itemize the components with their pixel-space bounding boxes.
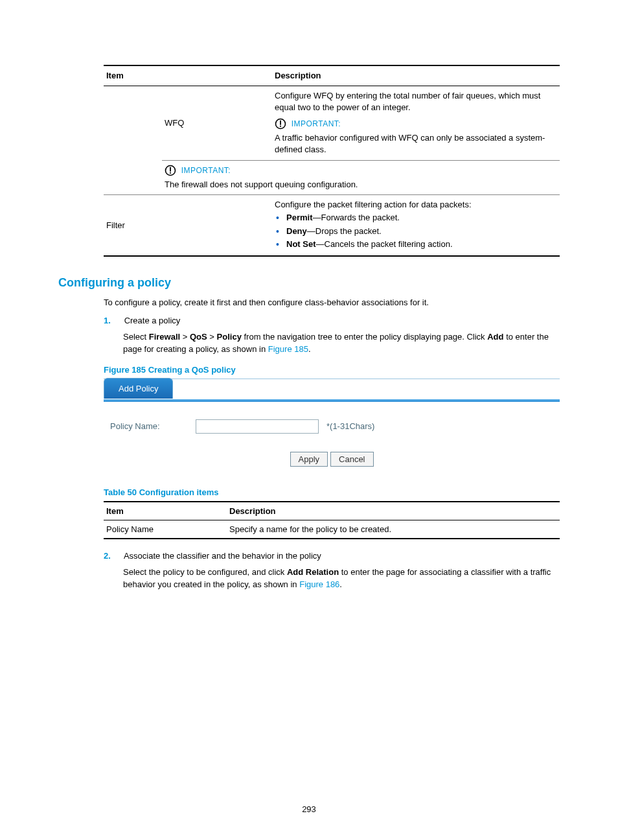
th-item: Item <box>104 65 162 86</box>
hint-chars: *(1-31Chars) <box>326 421 374 431</box>
text-important2: The firewall does not support queuing co… <box>165 179 557 191</box>
label-policy-name: Policy Name: <box>110 421 188 431</box>
cell-item: Policy Name <box>104 520 227 539</box>
cell-filter-label: Filter <box>104 195 272 256</box>
step-title: Create a policy <box>124 316 181 325</box>
list-filter-items: Permit—Forwards the packet. Deny—Drops t… <box>275 212 557 250</box>
cell-empty <box>104 86 162 195</box>
label-important2: IMPORTANT: <box>181 166 231 175</box>
important-icon <box>275 118 286 130</box>
table-wfq-filter: Item Description WFQ Configure WFQ by en… <box>104 65 560 257</box>
text-wfq-desc2: A traffic behavior configured with WFQ c… <box>275 132 557 156</box>
text-intro: To configure a policy, create it first a… <box>104 296 560 309</box>
step2-body: Select the policy to be configured, and … <box>123 566 560 591</box>
page-number: 293 <box>0 804 618 814</box>
th-description: Description <box>272 65 560 86</box>
th-description: Description <box>227 502 560 520</box>
step1-body: Select Firewall > QoS > Policy from the … <box>123 331 560 356</box>
link-figure-185[interactable]: Figure 185 <box>268 344 308 354</box>
list-item: Permit—Forwards the packet. <box>275 212 557 224</box>
step-title: Associate the classifier and the behavio… <box>124 551 321 561</box>
cancel-button[interactable]: Cancel <box>330 452 373 467</box>
text-filter-intro: Configure the packet filtering action fo… <box>275 199 557 211</box>
step-1: 1. Create a policy <box>104 316 560 325</box>
text-wfq-desc1: Configure WFQ by entering the total numb… <box>275 90 557 113</box>
cell-filter-desc: Configure the packet filtering action fo… <box>272 195 560 256</box>
caption-figure-185: Figure 185 Creating a QoS policy <box>104 365 560 375</box>
heading-configuring-policy: Configuring a policy <box>58 276 560 290</box>
th-item: Item <box>104 502 227 520</box>
list-item: Deny—Drops the packet. <box>275 226 557 237</box>
apply-button[interactable]: Apply <box>290 452 328 467</box>
step-number: 1. <box>104 316 122 325</box>
cell-important2: IMPORTANT: The firewall does not support… <box>162 160 560 195</box>
cell-wfq-label: WFQ <box>162 86 272 160</box>
caption-table-50: Table 50 Configuration items <box>104 487 560 497</box>
th-sub <box>162 65 272 86</box>
cell-wfq-desc: Configure WFQ by entering the total numb… <box>272 86 560 160</box>
link-figure-186[interactable]: Figure 186 <box>299 579 339 589</box>
table-50: Item Description Policy Name Specify a n… <box>104 501 560 539</box>
tab-add-policy[interactable]: Add Policy <box>104 378 173 399</box>
label-important: IMPORTANT: <box>292 119 341 128</box>
tab-underline <box>104 399 560 402</box>
cell-desc: Specify a name for the policy to be crea… <box>227 520 560 539</box>
important-icon <box>165 165 176 176</box>
list-item: Not Set—Cancels the packet filtering act… <box>275 239 557 250</box>
figure-185-ui: Add Policy Policy Name: *(1-31Chars) App… <box>104 379 560 478</box>
step-2: 2. Associate the classifier and the beha… <box>104 551 560 561</box>
step-number: 2. <box>104 551 122 561</box>
input-policy-name[interactable] <box>196 419 319 434</box>
